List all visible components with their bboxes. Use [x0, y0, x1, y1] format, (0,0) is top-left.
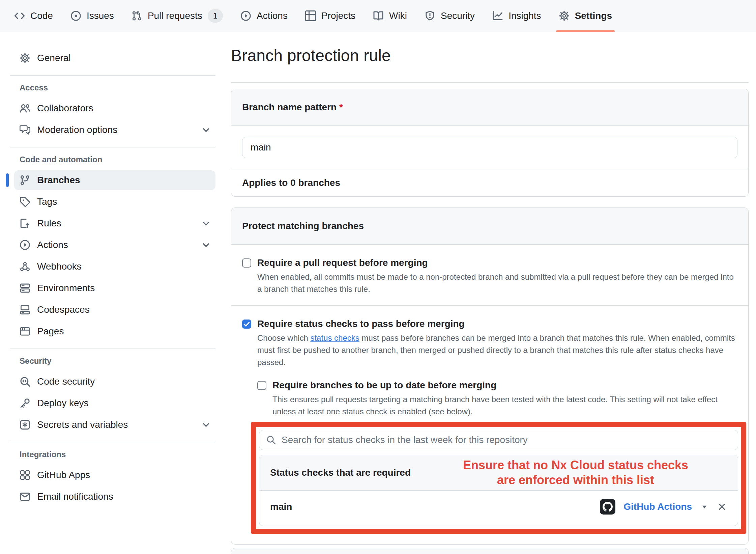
sidebar-item-label: Environments [37, 283, 95, 294]
tab-pull-requests[interactable]: Pull requests 1 [126, 0, 228, 32]
status-checks-link[interactable]: status checks [310, 333, 359, 342]
require-up-to-date-label[interactable]: Require branches to be up to date before… [272, 379, 496, 392]
git-branch-icon [20, 175, 30, 186]
tab-label: Projects [321, 10, 355, 21]
sidebar-item-label: Deploy keys [37, 398, 89, 409]
github-actions-link[interactable]: GitHub Actions [623, 501, 692, 512]
sidebar-section-code-and-automation: Code and automation [20, 155, 215, 164]
checkmark-icon [242, 320, 251, 328]
sidebar-item-deploy-keys[interactable]: Deploy keys [14, 393, 215, 413]
applies-to-branches: Applies to 0 branches [231, 169, 748, 196]
sidebar-item-label: Branches [37, 175, 80, 186]
sidebar-item-environments[interactable]: Environments [14, 278, 215, 298]
tab-label: Settings [575, 10, 612, 21]
sidebar-section-access: Access [20, 83, 215, 92]
status-check-source-dropdown[interactable] [700, 502, 709, 511]
key-asterisk-icon [20, 419, 30, 430]
protect-matching-branches-header: Protect matching branches [231, 208, 748, 245]
remove-status-check-button[interactable] [717, 502, 727, 512]
issue-opened-icon [70, 10, 81, 21]
table-icon [305, 10, 316, 21]
require-up-to-date-checkbox[interactable] [257, 381, 266, 390]
close-icon [717, 502, 727, 512]
sidebar-item-label: Secrets and variables [37, 419, 128, 430]
required-asterisk: * [339, 102, 343, 112]
codescan-icon [20, 376, 30, 387]
webhook-icon [20, 261, 30, 272]
pull-requests-count-badge: 1 [208, 9, 223, 23]
require-status-checks-label[interactable]: Require status checks to pass before mer… [257, 317, 465, 331]
annotation-note: Ensure that no Nx Cloud status checks ar… [411, 458, 727, 488]
require-up-to-date-section: Require branches to be up to date before… [257, 379, 737, 418]
tab-settings[interactable]: Settings [553, 0, 617, 32]
tab-label: Actions [257, 10, 288, 21]
sidebar-item-branches[interactable]: Branches [14, 170, 215, 190]
sidebar-divider [10, 75, 215, 76]
sidebar-item-label: Webhooks [37, 261, 82, 272]
require-up-to-date-description: This ensures pull requests targeting a m… [272, 393, 737, 418]
tab-insights[interactable]: Insights [487, 0, 547, 32]
tab-label: Security [441, 10, 475, 21]
repo-tab-bar: Code Issues Pull requests 1 Actions Proj… [0, 0, 756, 32]
branch-name-pattern-card: Branch name pattern* Applies to 0 branch… [231, 89, 749, 197]
require-status-checks-description: Choose which status checks must pass bef… [257, 332, 737, 368]
sidebar-item-email-notifications[interactable]: Email notifications [14, 487, 215, 506]
sidebar-item-collaborators[interactable]: Collaborators [14, 99, 215, 118]
sidebar-item-label: Tags [37, 196, 57, 207]
play-icon [20, 240, 30, 250]
repo-push-icon [20, 218, 30, 229]
tab-label: Pull requests [148, 10, 202, 21]
sidebar-item-label: Rules [37, 218, 61, 229]
browser-icon [20, 326, 30, 337]
protect-matching-branches-card: Protect matching branches Require a pull… [231, 207, 749, 545]
sidebar-divider [10, 147, 215, 147]
sidebar-item-code-security[interactable]: Code security [14, 372, 215, 391]
require-status-checks-checkbox[interactable] [242, 320, 251, 329]
comment-discussion-icon [20, 124, 30, 135]
title-divider [231, 82, 749, 83]
require-pull-request-label[interactable]: Require a pull request before merging [257, 256, 428, 270]
tab-label: Insights [508, 10, 541, 21]
status-check-search-input[interactable] [282, 430, 731, 450]
required-status-checks-title: Status checks that are required [270, 467, 411, 478]
tab-wiki[interactable]: Wiki [368, 0, 412, 32]
sidebar-item-general[interactable]: General [14, 48, 215, 68]
code-icon [14, 10, 25, 21]
sidebar-item-label: Codespaces [37, 304, 90, 315]
triangle-down-icon [700, 502, 709, 511]
sidebar-item-label: Pages [37, 326, 64, 337]
description-text: Choose which [257, 333, 310, 342]
sidebar-item-webhooks[interactable]: Webhooks [14, 257, 215, 276]
sidebar-item-label: Collaborators [37, 103, 93, 114]
tab-code[interactable]: Code [9, 0, 58, 32]
annotation-highlight-box: Status checks that are required Ensure t… [251, 422, 746, 534]
tab-security[interactable]: Security [419, 0, 480, 32]
require-pull-request-checkbox[interactable] [242, 258, 251, 268]
sidebar-item-actions[interactable]: Actions [14, 235, 215, 255]
require-status-checks-section: Require status checks to pass before mer… [231, 305, 748, 544]
git-pull-request-icon [132, 10, 142, 21]
sidebar-item-moderation-options[interactable]: Moderation options [14, 120, 215, 140]
chevron-down-icon [201, 420, 211, 430]
sidebar-item-rules[interactable]: Rules [14, 214, 215, 233]
status-check-row: main GitHub Actions [259, 491, 738, 526]
sidebar-item-codespaces[interactable]: Codespaces [14, 300, 215, 320]
apps-icon [20, 470, 30, 480]
chevron-down-icon [201, 219, 211, 228]
sidebar-item-tags[interactable]: Tags [14, 192, 215, 212]
gear-icon [559, 10, 570, 21]
sidebar-section-security: Security [20, 356, 215, 366]
sidebar-item-secrets-and-variables[interactable]: Secrets and variables [14, 415, 215, 435]
page-title: Branch protection rule [231, 46, 749, 65]
branch-name-pattern-input[interactable] [242, 137, 737, 158]
tab-actions[interactable]: Actions [235, 0, 293, 32]
github-actions-avatar [600, 499, 615, 515]
sidebar-item-github-apps[interactable]: GitHub Apps [14, 465, 215, 485]
tab-label: Code [30, 10, 53, 21]
search-icon [266, 435, 276, 445]
tab-issues[interactable]: Issues [65, 0, 119, 32]
annotation-line-2: are enforced within this list [497, 473, 654, 487]
sidebar-item-pages[interactable]: Pages [14, 322, 215, 341]
tab-projects[interactable]: Projects [300, 0, 361, 32]
mail-icon [20, 491, 30, 502]
